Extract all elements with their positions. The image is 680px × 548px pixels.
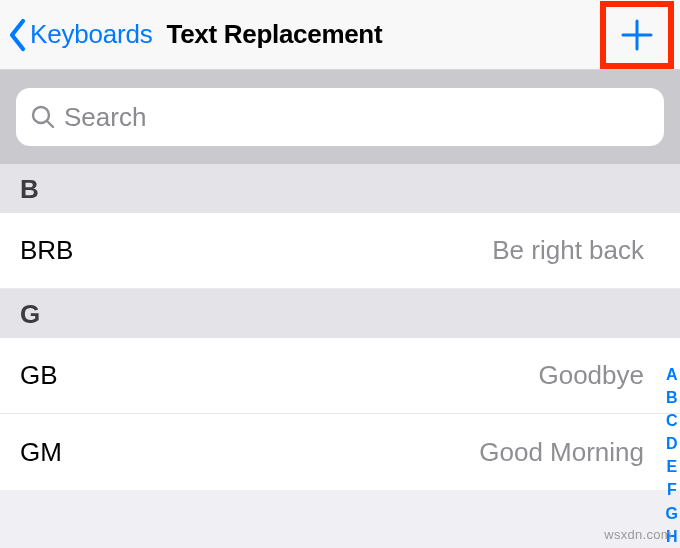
shortcut-text: GB — [20, 360, 58, 391]
phrase-text: Goodbye — [538, 360, 644, 391]
shortcut-text: GM — [20, 437, 62, 468]
index-letter[interactable]: B — [666, 386, 678, 409]
index-letter[interactable]: F — [667, 478, 677, 501]
back-label: Keyboards — [30, 19, 153, 50]
highlight-box — [600, 1, 674, 69]
index-bar[interactable]: A B C D E F G H — [666, 363, 678, 549]
chevron-left-icon — [8, 18, 28, 52]
section-header: G — [0, 289, 680, 338]
search-section — [0, 70, 680, 164]
plus-icon — [620, 18, 654, 52]
list-item[interactable]: BRB Be right back — [0, 213, 680, 289]
list-item[interactable]: GM Good Morning — [0, 414, 680, 490]
add-button[interactable] — [620, 18, 654, 52]
index-letter[interactable]: E — [666, 455, 677, 478]
watermark: wsxdn.com — [604, 527, 672, 542]
back-button[interactable]: Keyboards — [8, 18, 153, 52]
section-header: B — [0, 164, 680, 213]
index-letter[interactable]: G — [666, 502, 678, 525]
svg-line-3 — [47, 121, 53, 127]
index-letter[interactable]: A — [666, 363, 678, 386]
navbar: Keyboards Text Replacement — [0, 0, 680, 70]
phrase-text: Good Morning — [479, 437, 644, 468]
list-item[interactable]: GB Goodbye — [0, 338, 680, 414]
search-box[interactable] — [16, 88, 664, 146]
index-letter[interactable]: C — [666, 409, 678, 432]
phrase-text: Be right back — [492, 235, 644, 266]
index-letter[interactable]: D — [666, 432, 678, 455]
search-input[interactable] — [64, 102, 650, 133]
search-icon — [30, 104, 56, 130]
page-title: Text Replacement — [167, 19, 383, 50]
shortcut-text: BRB — [20, 235, 73, 266]
replacement-list: B BRB Be right back G GB Goodbye GM Good… — [0, 164, 680, 490]
